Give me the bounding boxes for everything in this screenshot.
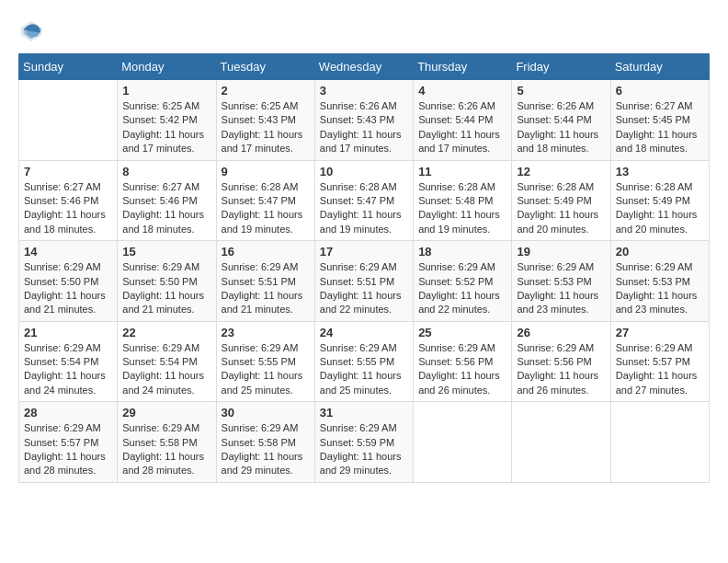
day-number: 19 [517,245,605,259]
day-number: 26 [517,326,605,339]
day-cell: 29Sunrise: 6:29 AMSunset: 5:58 PMDayligh… [118,402,216,483]
day-cell: 31Sunrise: 6:29 AMSunset: 5:59 PMDayligh… [314,402,413,483]
day-number: 29 [122,406,210,419]
day-number: 2 [222,84,310,98]
day-cell: 9Sunrise: 6:28 AMSunset: 5:47 PMDaylight… [216,160,314,241]
day-number: 30 [222,406,310,419]
day-number: 28 [24,406,112,419]
day-info: Sunrise: 6:26 AMSunset: 5:43 PMDaylight:… [320,99,408,156]
logo-icon [18,18,44,44]
calendar-table: SundayMondayTuesdayWednesdayThursdayFrid… [18,53,710,483]
day-number: 27 [616,326,704,339]
day-info: Sunrise: 6:28 AMSunset: 5:47 PMDaylight:… [320,180,408,237]
day-cell: 27Sunrise: 6:29 AMSunset: 5:57 PMDayligh… [610,321,709,402]
day-number: 20 [616,245,704,259]
header-cell-thursday: Thursday [414,54,512,80]
day-cell: 2Sunrise: 6:25 AMSunset: 5:43 PMDaylight… [216,80,314,161]
day-cell: 13Sunrise: 6:28 AMSunset: 5:49 PMDayligh… [610,160,709,241]
day-cell: 3Sunrise: 6:26 AMSunset: 5:43 PMDaylight… [314,80,413,161]
day-cell: 22Sunrise: 6:29 AMSunset: 5:54 PMDayligh… [118,321,216,402]
day-cell: 15Sunrise: 6:29 AMSunset: 5:50 PMDayligh… [118,241,216,322]
day-cell [19,80,118,161]
day-cell [610,402,709,483]
day-cell: 14Sunrise: 6:29 AMSunset: 5:50 PMDayligh… [19,241,118,322]
day-number: 8 [122,165,210,178]
day-info: Sunrise: 6:29 AMSunset: 5:56 PMDaylight:… [418,341,506,398]
day-number: 12 [517,165,605,178]
day-number: 16 [222,245,310,259]
day-info: Sunrise: 6:29 AMSunset: 5:51 PMDaylight:… [320,260,408,317]
day-number: 14 [24,245,112,259]
day-info: Sunrise: 6:29 AMSunset: 5:59 PMDaylight:… [320,421,408,478]
day-info: Sunrise: 6:26 AMSunset: 5:44 PMDaylight:… [517,99,605,156]
calendar-body: 1Sunrise: 6:25 AMSunset: 5:42 PMDaylight… [19,80,710,483]
week-row-5: 28Sunrise: 6:29 AMSunset: 5:57 PMDayligh… [19,402,710,483]
day-info: Sunrise: 6:29 AMSunset: 5:50 PMDaylight:… [122,260,210,317]
header-cell-sunday: Sunday [19,54,118,80]
day-info: Sunrise: 6:25 AMSunset: 5:43 PMDaylight:… [222,99,310,156]
day-number: 24 [320,326,408,339]
day-number: 13 [616,165,704,178]
day-cell: 10Sunrise: 6:28 AMSunset: 5:47 PMDayligh… [314,160,413,241]
day-info: Sunrise: 6:26 AMSunset: 5:44 PMDaylight:… [418,99,506,156]
day-info: Sunrise: 6:29 AMSunset: 5:51 PMDaylight:… [222,260,310,317]
header-cell-monday: Monday [118,54,216,80]
day-cell: 25Sunrise: 6:29 AMSunset: 5:56 PMDayligh… [414,321,512,402]
day-number: 31 [320,406,408,419]
day-info: Sunrise: 6:29 AMSunset: 5:53 PMDaylight:… [616,260,704,317]
day-number: 5 [517,84,605,98]
day-info: Sunrise: 6:28 AMSunset: 5:48 PMDaylight:… [418,180,506,237]
day-info: Sunrise: 6:29 AMSunset: 5:55 PMDaylight:… [320,341,408,398]
day-info: Sunrise: 6:29 AMSunset: 5:57 PMDaylight:… [616,341,704,398]
day-cell: 28Sunrise: 6:29 AMSunset: 5:57 PMDayligh… [19,402,118,483]
header-cell-saturday: Saturday [610,54,709,80]
day-cell: 4Sunrise: 6:26 AMSunset: 5:44 PMDaylight… [414,80,512,161]
day-number: 3 [320,84,408,98]
day-number: 4 [418,84,506,98]
day-number: 7 [24,165,112,178]
calendar-header: SundayMondayTuesdayWednesdayThursdayFrid… [19,54,710,80]
day-info: Sunrise: 6:25 AMSunset: 5:42 PMDaylight:… [122,99,210,156]
day-number: 6 [616,84,704,98]
day-cell: 21Sunrise: 6:29 AMSunset: 5:54 PMDayligh… [19,321,118,402]
day-cell: 8Sunrise: 6:27 AMSunset: 5:46 PMDaylight… [118,160,216,241]
day-info: Sunrise: 6:27 AMSunset: 5:46 PMDaylight:… [122,180,210,237]
day-info: Sunrise: 6:29 AMSunset: 5:50 PMDaylight:… [24,260,112,317]
day-number: 17 [320,245,408,259]
day-number: 15 [122,245,210,259]
day-number: 10 [320,165,408,178]
day-info: Sunrise: 6:29 AMSunset: 5:52 PMDaylight:… [418,260,506,317]
header-row: SundayMondayTuesdayWednesdayThursdayFrid… [19,54,710,80]
day-cell: 16Sunrise: 6:29 AMSunset: 5:51 PMDayligh… [216,241,314,322]
day-cell: 26Sunrise: 6:29 AMSunset: 5:56 PMDayligh… [512,321,610,402]
day-cell: 18Sunrise: 6:29 AMSunset: 5:52 PMDayligh… [414,241,512,322]
logo [18,18,48,44]
header-cell-tuesday: Tuesday [216,54,314,80]
day-cell: 6Sunrise: 6:27 AMSunset: 5:45 PMDaylight… [610,80,709,161]
day-info: Sunrise: 6:29 AMSunset: 5:57 PMDaylight:… [24,421,112,478]
week-row-2: 7Sunrise: 6:27 AMSunset: 5:46 PMDaylight… [19,160,710,241]
day-number: 9 [222,165,310,178]
day-info: Sunrise: 6:28 AMSunset: 5:47 PMDaylight:… [222,180,310,237]
day-cell [414,402,512,483]
day-cell [512,402,610,483]
day-number: 18 [418,245,506,259]
day-info: Sunrise: 6:27 AMSunset: 5:45 PMDaylight:… [616,99,704,156]
day-number: 23 [222,326,310,339]
day-info: Sunrise: 6:29 AMSunset: 5:54 PMDaylight:… [24,341,112,398]
day-info: Sunrise: 6:29 AMSunset: 5:58 PMDaylight:… [222,421,310,478]
day-cell: 30Sunrise: 6:29 AMSunset: 5:58 PMDayligh… [216,402,314,483]
day-cell: 20Sunrise: 6:29 AMSunset: 5:53 PMDayligh… [610,241,709,322]
week-row-3: 14Sunrise: 6:29 AMSunset: 5:50 PMDayligh… [19,241,710,322]
day-number: 25 [418,326,506,339]
day-cell: 17Sunrise: 6:29 AMSunset: 5:51 PMDayligh… [314,241,413,322]
day-cell: 19Sunrise: 6:29 AMSunset: 5:53 PMDayligh… [512,241,610,322]
day-info: Sunrise: 6:28 AMSunset: 5:49 PMDaylight:… [616,180,704,237]
day-cell: 24Sunrise: 6:29 AMSunset: 5:55 PMDayligh… [314,321,413,402]
day-number: 21 [24,326,112,339]
header-cell-friday: Friday [512,54,610,80]
header-cell-wednesday: Wednesday [314,54,413,80]
week-row-1: 1Sunrise: 6:25 AMSunset: 5:42 PMDaylight… [19,80,710,161]
day-number: 11 [418,165,506,178]
day-cell: 7Sunrise: 6:27 AMSunset: 5:46 PMDaylight… [19,160,118,241]
